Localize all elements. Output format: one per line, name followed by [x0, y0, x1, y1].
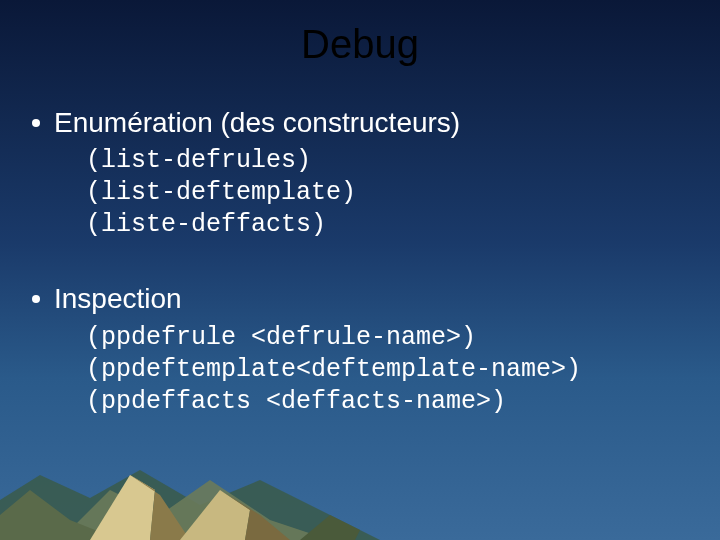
- svg-marker-1: [60, 480, 330, 540]
- svg-marker-4: [130, 475, 190, 540]
- slide-title: Debug: [0, 0, 720, 67]
- code-line: (liste-deffacts): [86, 209, 688, 241]
- mountains-decoration: [0, 420, 720, 540]
- svg-marker-6: [220, 490, 290, 540]
- code-line: (ppdefrule <defrule-name>): [86, 322, 688, 354]
- slide: Debug Enumération (des constructeurs) (l…: [0, 0, 720, 540]
- code-line: (list-deftemplate): [86, 177, 688, 209]
- code-block-inspection: (ppdefrule <defrule-name>) (ppdeftemplat…: [86, 322, 688, 418]
- code-line: (ppdeffacts <deffacts-name>): [86, 386, 688, 418]
- svg-marker-2: [0, 490, 120, 540]
- svg-marker-3: [90, 475, 155, 540]
- svg-marker-0: [0, 470, 380, 540]
- code-line: (list-defrules): [86, 145, 688, 177]
- svg-marker-7: [300, 515, 360, 540]
- bullet-text-inspection: Inspection: [54, 281, 182, 317]
- bullet-text-enumeration: Enumération (des constructeurs): [54, 105, 460, 141]
- bullet-icon: [32, 119, 40, 127]
- slide-content: Enumération (des constructeurs) (list-de…: [0, 67, 720, 418]
- code-block-enumeration: (list-defrules) (list-deftemplate) (list…: [86, 145, 688, 241]
- svg-marker-5: [180, 490, 250, 540]
- code-line: (ppdeftemplate<deftemplate-name>): [86, 354, 688, 386]
- bullet-inspection: Inspection: [32, 281, 688, 317]
- bullet-enumeration: Enumération (des constructeurs): [32, 105, 688, 141]
- bullet-icon: [32, 295, 40, 303]
